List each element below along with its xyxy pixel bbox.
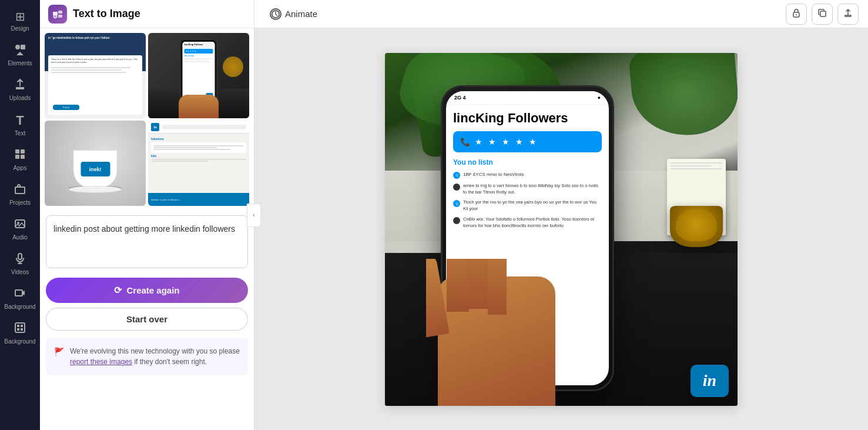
phone-list-item-3: Ttoch yor the rou to yo the vea yairs by… bbox=[463, 199, 602, 212]
svg-rect-10 bbox=[18, 254, 22, 259]
panel-title: Text to Image bbox=[73, 8, 140, 20]
sidebar-item-elements[interactable]: Elements bbox=[2, 39, 38, 71]
svg-rect-14 bbox=[21, 325, 23, 327]
toolbar-right-buttons bbox=[786, 4, 859, 25]
copy-icon bbox=[817, 8, 827, 20]
sidebar-item-videos[interactable]: Background bbox=[2, 282, 38, 315]
generated-image[interactable]: 2G 4 ● lincKing Followers 📞 ★ ★ ★ ★ ★ bbox=[385, 53, 738, 406]
svg-rect-5 bbox=[15, 155, 19, 159]
svg-rect-7 bbox=[15, 187, 25, 194]
linkedin-badge: in bbox=[703, 371, 716, 390]
animate-icon bbox=[270, 8, 281, 20]
share-button[interactable] bbox=[837, 4, 859, 25]
canvas-area: 2G 4 ● lincKing Followers 📞 ★ ★ ★ ★ ★ bbox=[254, 28, 868, 430]
elements-icon bbox=[14, 44, 26, 58]
image-thumbnail-grid: in "ge inkekinkikin in folows poli nyt y… bbox=[40, 28, 254, 211]
prompt-area: linkedin post about getting more linkedi… bbox=[40, 211, 254, 273]
background-icon bbox=[14, 322, 26, 336]
collapse-panel-handle[interactable]: ‹ bbox=[247, 204, 261, 227]
svg-rect-8 bbox=[15, 220, 25, 228]
create-again-label: Create again bbox=[126, 285, 179, 295]
sidebar-label-design: Design bbox=[11, 25, 29, 32]
sidebar-label-videos: Background bbox=[4, 304, 35, 310]
phone-screen-title: lincKing Followers bbox=[453, 111, 602, 125]
animate-label: Animate bbox=[285, 9, 317, 19]
sidebar-label-text: Text bbox=[15, 130, 25, 136]
svg-point-0 bbox=[15, 45, 20, 49]
top-toolbar: Animate bbox=[254, 0, 868, 28]
share-icon bbox=[843, 8, 853, 20]
svg-rect-12 bbox=[15, 323, 25, 332]
thumbnail-2[interactable]: lincKing Follows ★ ★ ★ ★ ★ You no listn bbox=[148, 33, 249, 118]
sidebar-label-apps: Apps bbox=[14, 165, 27, 171]
photos-icon bbox=[14, 218, 26, 232]
sidebar-nav: ⊞ Design Elements Uploads T Text Apps Pr… bbox=[0, 0, 40, 430]
sidebar-item-uploads[interactable]: Uploads bbox=[2, 74, 38, 106]
app-icon bbox=[48, 5, 67, 24]
uploads-icon bbox=[14, 78, 26, 93]
status-bar-left: 2G 4 bbox=[454, 95, 466, 101]
sidebar-item-text[interactable]: T Text bbox=[2, 108, 38, 141]
sidebar-label-projects: Projects bbox=[9, 199, 31, 206]
svg-point-20 bbox=[53, 15, 57, 18]
svg-rect-4 bbox=[21, 149, 25, 154]
svg-rect-3 bbox=[15, 149, 19, 154]
phone-section-heading: You no listn bbox=[453, 158, 602, 166]
phone-list-item-1: 1BF £YCS mmo to NesVlrots bbox=[463, 171, 524, 178]
sidebar-item-apps[interactable]: Apps bbox=[2, 144, 38, 176]
thumbnail-3[interactable]: inek! bbox=[45, 121, 146, 206]
svg-rect-6 bbox=[21, 155, 25, 159]
animate-button[interactable]: Animate bbox=[264, 5, 323, 24]
thumbnail-1[interactable]: in "ge inkekinkikin in folows poli nyt y… bbox=[45, 33, 146, 118]
create-again-button[interactable]: ⟳ Create again bbox=[46, 278, 248, 303]
sidebar-item-projects[interactable]: Projects bbox=[2, 178, 38, 211]
sidebar-label-photos: Audio bbox=[12, 234, 28, 241]
svg-point-23 bbox=[796, 14, 797, 15]
refresh-icon: ⟳ bbox=[114, 285, 122, 296]
copy-button[interactable] bbox=[812, 4, 833, 25]
feedback-message: We're evolving this new technology with … bbox=[70, 346, 240, 367]
svg-rect-13 bbox=[17, 325, 19, 327]
sidebar-item-design[interactable]: ⊞ Design bbox=[2, 5, 38, 36]
sidebar-label-uploads: Uploads bbox=[9, 95, 31, 101]
feedback-text-before: We're evolving this new technology with … bbox=[70, 347, 240, 355]
feedback-text-after: if they don't seem right. bbox=[132, 358, 207, 366]
sidebar-item-audio[interactable]: Videos bbox=[2, 248, 38, 280]
sidebar-label-elements: Elements bbox=[8, 60, 32, 66]
design-icon: ⊞ bbox=[15, 9, 25, 24]
svg-rect-15 bbox=[17, 328, 19, 331]
prompt-text[interactable]: linkedin post about getting more linkedi… bbox=[46, 215, 248, 268]
svg-rect-11 bbox=[15, 290, 22, 296]
flag-icon: 🚩 bbox=[54, 347, 64, 356]
svg-rect-18 bbox=[58, 11, 62, 14]
thumbnail-4[interactable]: in folwoims lidin bbox=[148, 121, 249, 206]
phone-list-item-2: arriee to rng to o varr forowo b to sioo… bbox=[463, 183, 602, 196]
svg-rect-16 bbox=[21, 328, 23, 331]
phone-stars: ★ ★ ★ ★ ★ bbox=[475, 137, 538, 146]
videos-icon bbox=[14, 287, 26, 302]
main-area: Animate bbox=[254, 0, 868, 430]
feedback-box: 🚩 We're evolving this new technology wit… bbox=[46, 338, 248, 375]
action-buttons: ⟳ Create again Start over bbox=[40, 273, 254, 335]
lock-icon bbox=[792, 8, 801, 20]
lock-button[interactable] bbox=[786, 4, 807, 25]
apps-icon bbox=[14, 148, 26, 163]
sidebar-label-background: Background bbox=[4, 338, 35, 345]
feedback-link[interactable]: report these images bbox=[70, 358, 132, 366]
left-panel: Text to Image in "ge inkekinkikin in fol… bbox=[40, 0, 254, 430]
projects-icon bbox=[14, 183, 26, 198]
panel-header: Text to Image bbox=[40, 0, 254, 28]
svg-marker-2 bbox=[16, 52, 24, 55]
start-over-button[interactable]: Start over bbox=[46, 308, 248, 331]
svg-rect-1 bbox=[21, 45, 25, 49]
sidebar-item-background[interactable]: Background bbox=[2, 317, 38, 349]
sidebar-item-photos[interactable]: Audio bbox=[2, 213, 38, 245]
svg-rect-24 bbox=[820, 11, 826, 16]
audio-icon bbox=[14, 252, 26, 267]
chevron-left-icon: ‹ bbox=[253, 212, 254, 218]
sidebar-label-audio: Videos bbox=[11, 269, 29, 275]
text-icon: T bbox=[16, 113, 24, 128]
phone-list-item-4: CnBlo wor. Your Sdoltdto o fcllurroos Po… bbox=[463, 216, 602, 229]
svg-rect-19 bbox=[58, 15, 62, 18]
